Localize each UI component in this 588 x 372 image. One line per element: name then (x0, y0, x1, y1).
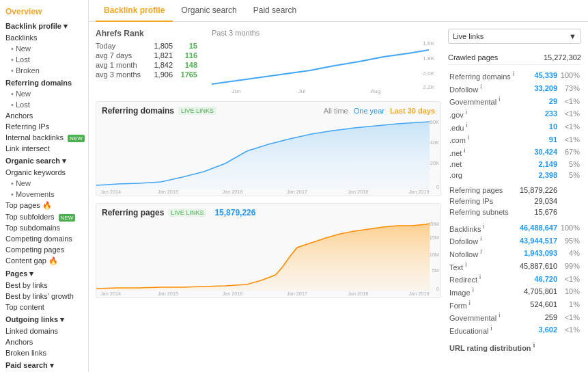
svg-text:1.8K: 1.8K (423, 56, 435, 62)
svg-text:2.0K: 2.0K (423, 71, 435, 77)
stat-label-net2: .net (448, 159, 517, 170)
stat-org: .org 2,398 5% (448, 170, 581, 181)
stat-pct-edu: <1% (559, 120, 581, 133)
stat-val-referring-subnets: 15,676 (517, 207, 559, 217)
stat-pct-referring-ips (559, 196, 581, 207)
sidebar-item-referring-ips[interactable]: Referring IPs (0, 121, 88, 132)
svg-text:40K: 40K (430, 140, 439, 146)
sidebar-item-link-intersect[interactable]: Link intersect (0, 143, 88, 154)
stat-val-backlinks: 46,488,647 (517, 222, 559, 235)
sidebar-section-outgoing-links[interactable]: Outgoing links ▾ (0, 313, 88, 326)
svg-text:Jan 2015: Jan 2015 (158, 189, 178, 195)
stat-pct-gov: <1% (559, 107, 581, 120)
rank-label-3months: avg 3 months (96, 70, 145, 79)
sidebar-section-backlink-profile[interactable]: Backlink profile ▾ (0, 19, 88, 32)
sidebar-item-top-content[interactable]: Top content (0, 302, 88, 313)
one-year-filter[interactable]: One year (354, 107, 384, 115)
rank-row-1month: avg 1 month 1,842 148 (96, 60, 205, 70)
all-time-filter[interactable]: All time (324, 107, 348, 115)
stat-url-rating: URL rating distribution i (448, 341, 581, 354)
sidebar-section-organic-search[interactable]: Organic search ▾ (0, 154, 88, 167)
referring-pages-title-group: Referring pages LIVE LINKS 15,879,226 (102, 208, 255, 217)
stat-pct-governmental2: <1% (559, 310, 581, 323)
sidebar-item-anchors[interactable]: Anchors (0, 110, 88, 121)
svg-text:10M: 10M (430, 252, 439, 258)
crawled-pages-value: 15,272,302 (544, 53, 581, 62)
sidebar-item-content-gap[interactable]: Content gap 🔥 (0, 255, 88, 267)
sidebar-item-backlinks-new[interactable]: New (0, 43, 88, 54)
stat-val-governmental: 29 (517, 94, 559, 107)
ahrefs-rank-chart-container: Past 3 months 1.6K 1.8K 2.0K 2.2K Jun Ju… (212, 29, 441, 94)
sidebar-section-referring-domains[interactable]: Referring domains (0, 76, 88, 88)
stat-val-referring-domains: 45,339 (517, 69, 559, 82)
stat-label-nofollow: Nofollow i (448, 247, 517, 260)
live-links-dropdown[interactable]: Live links ▼ (448, 29, 581, 44)
stat-pct-educational: <1% (559, 323, 581, 336)
sidebar-item-backlinks-lost[interactable]: Lost (0, 54, 88, 65)
sidebar-item-ok-movements[interactable]: Movements (0, 189, 88, 200)
svg-text:Jun: Jun (232, 89, 241, 94)
referring-pages-value: 15,879,226 (214, 208, 255, 217)
stat-val-dofollow: 33,209 (517, 82, 559, 95)
live-links-badge: LIVE LINKS (178, 107, 216, 115)
stat-pct-org: 5% (559, 170, 581, 181)
stat-pct-net: 67% (559, 146, 581, 159)
new-badge-2: NEW (59, 214, 76, 222)
rank-val-1month: 1,842 (149, 61, 173, 69)
tabs-bar: Backlink profile Organic search Paid sea… (89, 0, 588, 22)
stat-val-governmental2: 259 (517, 310, 559, 323)
sidebar-section-pages[interactable]: Pages ▾ (0, 267, 88, 280)
sidebar-item-linked-domains[interactable]: Linked domains (0, 326, 88, 336)
stat-pct-backlinks: 100% (559, 222, 581, 235)
sidebar-item-rd-lost[interactable]: Lost (0, 99, 88, 110)
stat-text: Text i 45,887,610 99% (448, 260, 581, 273)
sidebar-item-best-by-links[interactable]: Best by links (0, 280, 88, 291)
stat-label-edu: .edu i (448, 120, 517, 133)
stat-val-com: 91 (517, 133, 559, 146)
sidebar-item-backlinks-broken[interactable]: Broken (0, 65, 88, 76)
svg-text:Jan 2015: Jan 2015 (158, 291, 178, 297)
referring-domains-chart: Referring domains LIVE LINKS All time On… (96, 101, 441, 196)
stat-label-url-rating: URL rating distribution i (448, 341, 581, 354)
stat-governmental2: Governmental i 259 <1% (448, 310, 581, 323)
stat-val-referring-pages: 15,879,226 (517, 185, 559, 196)
stat-label-image: Image i (448, 285, 517, 298)
rank-table: Ahrefs Rank Today 1,805 15 avg 7 days 1,… (96, 29, 205, 94)
sidebar-item-internal-backlinks[interactable]: Internal backlinks NEW (0, 132, 88, 143)
sidebar-item-rd-new[interactable]: New (0, 88, 88, 99)
sidebar-item-top-subdomains[interactable]: Top subdomains (0, 222, 88, 233)
svg-text:2.2K: 2.2K (423, 85, 435, 90)
sidebar-item-competing-pages[interactable]: Competing pages (0, 244, 88, 255)
sidebar-item-ok-new[interactable]: New (0, 178, 88, 189)
stat-dofollow2: Dofollow i 43,944,517 95% (448, 234, 581, 247)
tab-paid-search[interactable]: Paid search (245, 0, 305, 22)
stat-pct-nofollow: 4% (559, 247, 581, 260)
sidebar-item-outgoing-anchors[interactable]: Anchors (0, 336, 88, 347)
svg-text:Aug: Aug (371, 89, 381, 94)
last-30-filter[interactable]: Last 30 days (390, 107, 435, 115)
stat-label-dofollow2: Dofollow i (448, 234, 517, 247)
svg-text:Jan 2019: Jan 2019 (408, 291, 429, 297)
stat-pct-governmental: <1% (559, 94, 581, 107)
tab-organic-search[interactable]: Organic search (173, 0, 244, 22)
dropdown-arrow-icon: ▼ (569, 32, 576, 40)
sidebar-item-top-pages[interactable]: Top pages 🔥 (0, 200, 88, 211)
sidebar-item-backlinks[interactable]: Backlinks (0, 32, 88, 43)
stat-label-text: Text i (448, 260, 517, 273)
sidebar-section-paid-search[interactable]: Paid search ▾ (0, 358, 88, 371)
svg-text:Jan 2017: Jan 2017 (287, 291, 307, 297)
sidebar-item-organic-keywords[interactable]: Organic keywords (0, 167, 88, 178)
ahrefs-rank-svg: 1.6K 1.8K 2.0K 2.2K Jun Jul Aug (212, 40, 441, 94)
rank-change-today: 15 (177, 42, 197, 50)
tab-backlink-profile[interactable]: Backlink profile (96, 0, 173, 22)
sidebar-item-top-subfolders[interactable]: Top subfolders NEW (0, 211, 88, 222)
stat-val-image: 4,705,801 (517, 285, 559, 298)
content-area: Ahrefs Rank Today 1,805 15 avg 7 days 1,… (89, 22, 588, 360)
rank-label-today: Today (96, 42, 145, 50)
sidebar-overview[interactable]: Overview (0, 4, 88, 19)
sidebar-item-best-by-links-growth[interactable]: Best by links' growth (0, 291, 88, 302)
stat-label-referring-ips: Referring IPs (448, 196, 517, 207)
stat-pct-net2: 5% (559, 159, 581, 170)
sidebar-item-broken-links[interactable]: Broken links (0, 347, 88, 358)
sidebar-item-competing-domains[interactable]: Competing domains (0, 233, 88, 244)
